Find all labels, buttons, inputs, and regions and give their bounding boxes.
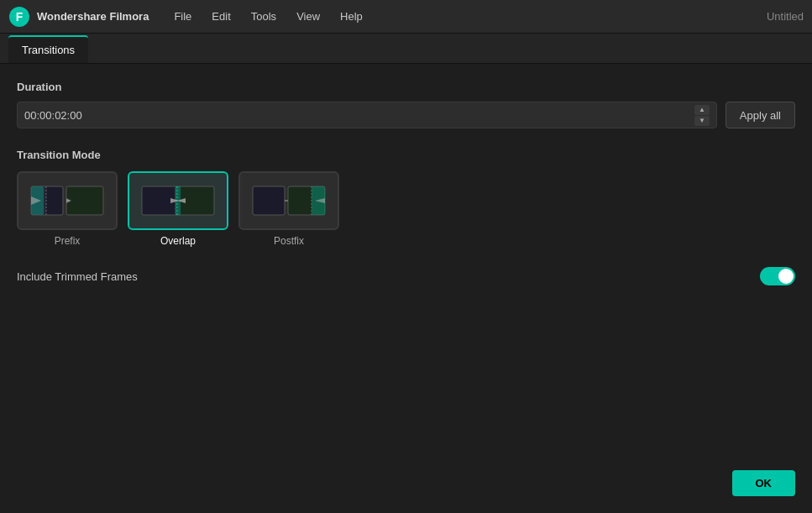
duration-input[interactable] xyxy=(24,109,694,122)
menu-bar: File Edit Tools View Help xyxy=(165,7,767,26)
overlap-icon xyxy=(140,180,216,222)
mode-card-overlap[interactable]: Overlap xyxy=(128,171,228,247)
include-trimmed-frames-label: Include Trimmed Frames xyxy=(17,270,138,283)
svg-rect-16 xyxy=(253,186,285,215)
postfix-icon xyxy=(251,180,327,222)
mode-card-postfix[interactable]: Postfix xyxy=(238,171,339,247)
ok-button[interactable]: OK xyxy=(732,470,796,496)
transition-mode-label: Transition Mode xyxy=(17,149,795,161)
include-trimmed-frames-toggle[interactable] xyxy=(760,267,795,285)
svg-text:F: F xyxy=(16,10,24,24)
title-bar: F Wondershare Filmora File Edit Tools Vi… xyxy=(0,0,812,34)
menu-edit[interactable]: Edit xyxy=(203,7,238,26)
app-name: Wondershare Filmora xyxy=(37,10,149,23)
toggle-knob xyxy=(778,269,794,284)
mode-card-prefix[interactable]: Prefix xyxy=(17,171,118,247)
spinner-down[interactable]: ▼ xyxy=(694,116,710,126)
duration-spinner: ▲ ▼ xyxy=(694,105,710,126)
app-logo: F Wondershare Filmora xyxy=(8,6,149,28)
mode-card-label-prefix: Prefix xyxy=(55,235,81,247)
mode-card-img-prefix xyxy=(17,171,118,230)
svg-rect-5 xyxy=(66,186,103,215)
transition-mode-section: Transition Mode Prefix xyxy=(17,149,795,247)
menu-file[interactable]: File xyxy=(165,7,200,26)
menu-help[interactable]: Help xyxy=(332,7,371,26)
app-logo-icon: F xyxy=(8,6,30,28)
duration-input-wrap: ▲ ▼ xyxy=(17,102,717,128)
main-content: Duration ▲ ▼ Apply all Transition Mode xyxy=(0,64,812,513)
mode-card-label-postfix: Postfix xyxy=(274,235,304,247)
menu-tools[interactable]: Tools xyxy=(243,7,285,26)
tab-bar: Transitions xyxy=(0,34,812,64)
duration-row: ▲ ▼ Apply all xyxy=(17,102,795,128)
mode-card-img-overlap xyxy=(128,171,228,230)
mode-card-label-overlap: Overlap xyxy=(160,235,196,247)
apply-all-button[interactable]: Apply all xyxy=(726,102,795,128)
menu-view[interactable]: View xyxy=(288,7,328,26)
prefix-icon xyxy=(29,180,105,222)
mode-cards: Prefix Overlap xyxy=(17,171,795,247)
window-title: Untitled xyxy=(767,10,804,23)
include-trimmed-frames-row: Include Trimmed Frames xyxy=(17,267,795,285)
spinner-up[interactable]: ▲ xyxy=(694,105,710,115)
mode-card-img-postfix xyxy=(238,171,339,230)
duration-label: Duration xyxy=(17,81,795,93)
tab-transitions[interactable]: Transitions xyxy=(8,35,88,63)
